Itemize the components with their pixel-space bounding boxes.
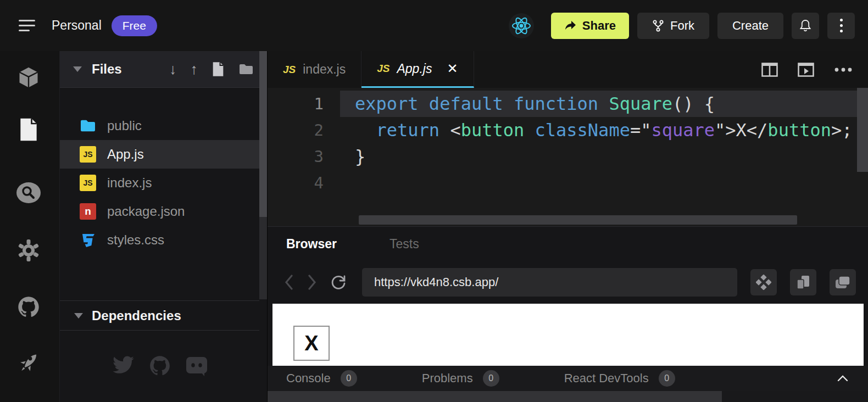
css-file-icon [80, 232, 96, 248]
rocket-icon[interactable] [15, 350, 42, 376]
count-badge: 0 [659, 370, 675, 387]
react-logo-icon [509, 13, 534, 38]
preview-window-icon[interactable] [798, 63, 814, 77]
more-options-button[interactable] [827, 13, 855, 39]
npm-file-icon: n [80, 203, 96, 220]
files-title: Files [92, 62, 122, 77]
browser-navbar [268, 261, 868, 304]
file-list: public JS App.js JS index.js n package.j… [60, 88, 267, 254]
line-number: 4 [268, 174, 340, 192]
responsive-preview-icon[interactable] [790, 269, 816, 295]
workspace-name[interactable]: Personal [52, 18, 102, 33]
top-header: Personal Free Share [0, 0, 868, 51]
tab-browser[interactable]: Browser [286, 237, 337, 252]
forward-icon[interactable] [307, 274, 317, 291]
code-line[interactable]: 1export default function Square() { [268, 91, 868, 117]
explorer-scrollbar[interactable] [259, 51, 267, 299]
files-actions: ↓ ↑ [169, 62, 254, 77]
new-folder-icon[interactable] [238, 63, 254, 76]
scrollbar-thumb[interactable] [259, 51, 267, 217]
editor-tabbar: JS index.js JS App.js ✕ [268, 51, 868, 88]
new-file-icon[interactable] [212, 62, 225, 77]
code-text: } [340, 143, 868, 170]
main-area: Files ↓ ↑ public JS App.js [0, 51, 868, 402]
fork-button[interactable]: Fork [637, 13, 709, 39]
settings-gear-icon[interactable] [15, 237, 42, 264]
devtools-diamond-icon[interactable] [750, 269, 777, 295]
file-row-styles-css[interactable]: styles.css [60, 226, 267, 254]
sandbox-cube-icon[interactable] [15, 64, 42, 91]
social-links [60, 354, 259, 377]
browser-pane: Browser Tests [268, 226, 868, 402]
url-input[interactable] [362, 268, 737, 297]
twitter-icon[interactable] [111, 354, 135, 377]
folder-icon [80, 119, 96, 133]
dependencies-section-header[interactable]: Dependencies [60, 300, 259, 331]
notifications-button[interactable] [792, 13, 819, 39]
more-options-icon[interactable] [834, 68, 853, 72]
preview-horizontal-scrollbar [268, 391, 868, 402]
dependencies-title: Dependencies [92, 308, 181, 323]
editor-vertical-scrollbar[interactable] [857, 88, 868, 172]
back-icon[interactable] [284, 274, 294, 291]
code-text: export default function Square() { [340, 91, 868, 117]
download-icon[interactable]: ↓ [169, 62, 177, 77]
github-icon[interactable] [148, 354, 171, 377]
scrollbar-thumb[interactable] [268, 391, 722, 402]
upload-icon[interactable]: ↑ [191, 62, 198, 77]
line-number: 3 [268, 147, 340, 166]
close-icon[interactable]: ✕ [447, 62, 458, 75]
problems-tab[interactable]: Problems 0 [422, 370, 499, 387]
file-row-index-js[interactable]: JS index.js [60, 169, 267, 197]
editor-column: JS index.js JS App.js ✕ [267, 51, 868, 402]
file-row-public[interactable]: public [60, 111, 267, 140]
code-text [340, 170, 868, 196]
github-icon[interactable] [15, 294, 42, 320]
browser-preview: X [272, 304, 864, 366]
refresh-icon[interactable] [330, 274, 347, 291]
file-row-package-json[interactable]: n package.json [60, 197, 267, 226]
scrollbar-track [259, 217, 267, 299]
editor-horizontal-scrollbar[interactable] [359, 215, 797, 225]
chevron-up-icon[interactable] [837, 375, 848, 382]
open-new-window-icon[interactable] [830, 269, 856, 295]
discord-icon[interactable] [185, 354, 209, 377]
code-lines: 1export default function Square() {2 ret… [268, 91, 868, 196]
js-file-icon: JS [377, 63, 390, 75]
files-section-header[interactable]: Files ↓ ↑ [60, 51, 267, 88]
code-line[interactable]: 4 [268, 170, 868, 196]
share-arrow-icon [564, 20, 576, 31]
menu-hamburger-icon[interactable] [19, 19, 37, 33]
code-text: return <button className="square">X</but… [340, 117, 868, 143]
line-number: 2 [268, 121, 340, 139]
tab-tests[interactable]: Tests [390, 237, 419, 252]
file-explorer: Files ↓ ↑ public JS App.js [59, 51, 267, 402]
count-badge: 0 [483, 370, 499, 387]
tab-app-js[interactable]: JS App.js ✕ [361, 51, 474, 88]
editor-view-actions [761, 51, 868, 88]
tab-index-js[interactable]: JS index.js [268, 51, 361, 88]
header-actions: Share Fork Create [509, 13, 855, 39]
js-file-icon: JS [283, 64, 296, 76]
devtools-bar: Console 0 Problems 0 React DevTools 0 [268, 366, 868, 391]
create-button[interactable]: Create [717, 13, 783, 39]
share-button[interactable]: Share [551, 13, 629, 39]
react-devtools-tab[interactable]: React DevTools 0 [564, 370, 675, 387]
preview-tabs: Browser Tests [268, 227, 868, 261]
code-line[interactable]: 3} [268, 143, 868, 170]
files-icon[interactable] [15, 116, 42, 143]
square-x-button[interactable]: X [293, 326, 330, 361]
count-badge: 0 [341, 370, 357, 387]
split-view-icon[interactable] [761, 63, 778, 77]
js-file-icon: JS [80, 146, 96, 163]
fork-icon [652, 19, 664, 32]
file-row-app-js[interactable]: JS App.js [60, 140, 267, 169]
console-tab[interactable]: Console 0 [286, 370, 357, 387]
bell-icon [799, 19, 812, 33]
code-line[interactable]: 2 return <button className="square">X</b… [268, 117, 868, 143]
activity-rail [0, 51, 59, 402]
js-file-icon: JS [80, 175, 96, 191]
line-number: 1 [268, 94, 340, 113]
code-editor[interactable]: 1export default function Square() {2 ret… [268, 88, 868, 226]
search-icon[interactable] [15, 180, 42, 206]
